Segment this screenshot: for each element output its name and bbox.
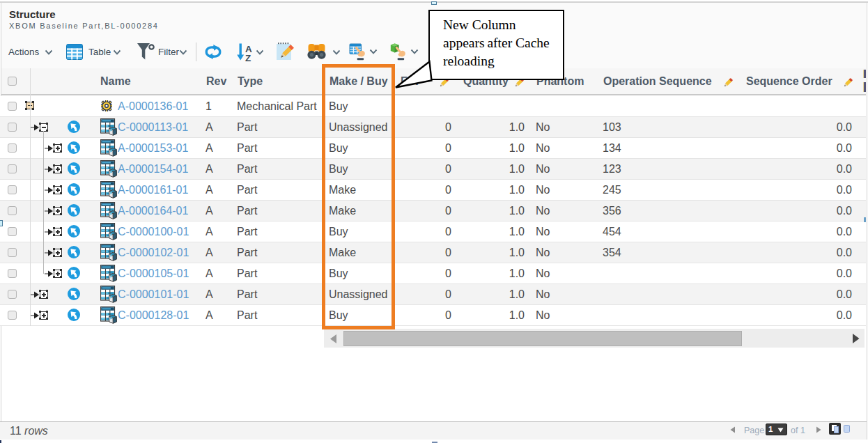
svg-text:Z: Z xyxy=(245,53,251,62)
